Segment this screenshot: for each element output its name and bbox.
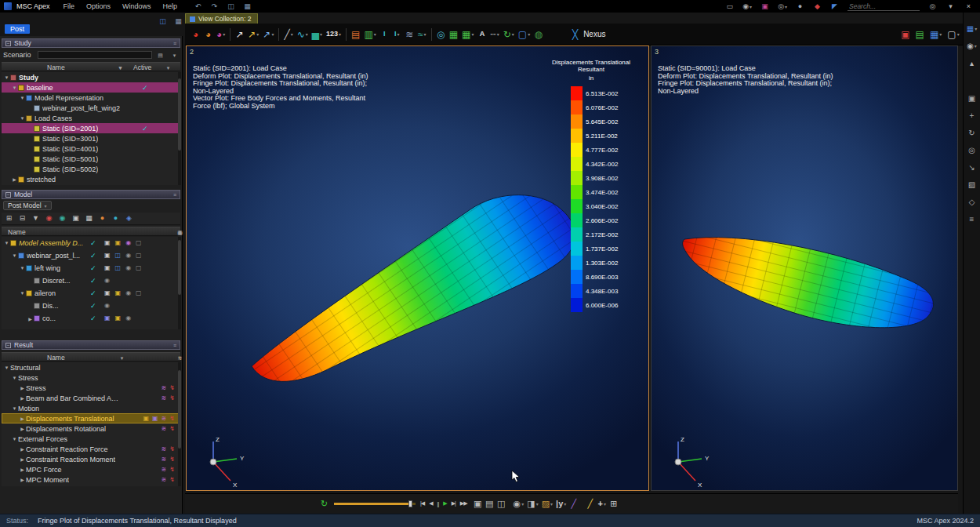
menu-file[interactable]: File bbox=[59, 2, 80, 10]
vector-icon[interactable]: ↯ bbox=[169, 456, 175, 463]
section-cut-icon[interactable]: ╱▾ bbox=[282, 27, 294, 42]
expand-arrow-icon[interactable]: ▼ bbox=[11, 376, 18, 380]
bar-chart-icon[interactable]: ▅▾ bbox=[310, 27, 324, 42]
study-tree-row[interactable]: Static (SID=2001)✓ bbox=[2, 123, 180, 133]
study-tree-row[interactable]: ▼Study bbox=[2, 72, 180, 82]
user-icon[interactable]: ● bbox=[794, 0, 806, 14]
result-tree-row[interactable]: ▶Beam and Bar Combined Axi...≋↯ bbox=[2, 393, 180, 403]
refresh-animation-icon[interactable]: ↻ bbox=[318, 496, 330, 511]
annotation-icon[interactable]: A bbox=[476, 27, 488, 42]
expand-arrow-icon[interactable]: ▶ bbox=[19, 477, 26, 482]
globe-green-icon[interactable]: ◍ bbox=[532, 27, 544, 42]
xy-plot-icon[interactable]: ∿▾ bbox=[296, 27, 310, 42]
axis-display-tool[interactable]: |y▾ bbox=[554, 496, 568, 511]
expand-arrow-icon[interactable]: ▼ bbox=[19, 116, 26, 121]
result-tree-row[interactable]: ▼External Forces bbox=[2, 434, 180, 444]
probe-result-icon[interactable]: ↗ bbox=[234, 27, 245, 42]
fringe-pie-red-icon[interactable]: ◕ bbox=[190, 27, 201, 42]
perspective-icon[interactable]: ◇ bbox=[966, 197, 978, 207]
eye-icon[interactable]: ◉ bbox=[125, 240, 131, 246]
vector-icon[interactable]: ↯ bbox=[169, 477, 175, 483]
view-cube-icon[interactable]: ▧ bbox=[966, 180, 978, 190]
record-animation-icon[interactable]: ▣ bbox=[472, 496, 484, 511]
option-box-icon[interactable]: ▢ bbox=[136, 290, 142, 296]
study-section-header[interactable]: − Study ≡ bbox=[2, 38, 180, 48]
expand-arrow-icon[interactable]: ▼ bbox=[11, 406, 18, 411]
eye-icon[interactable]: ◉ bbox=[125, 265, 131, 271]
study-tree-row[interactable]: ▼baseline✓ bbox=[2, 82, 180, 93]
model-tree-row[interactable]: ▶co...✓▣▣◉ bbox=[2, 312, 180, 325]
scene-settings-icon[interactable]: ≡ bbox=[966, 214, 978, 224]
plot-type-icon[interactable]: ≋ bbox=[162, 456, 167, 463]
numbers-display-tool[interactable]: 123▾ bbox=[325, 27, 343, 42]
eye-icon[interactable]: ◉ bbox=[104, 278, 110, 284]
plot-type-icon[interactable]: ≋ bbox=[162, 416, 167, 422]
last-frame-button[interactable]: ▶▶ bbox=[459, 500, 468, 507]
expand-arrow-icon[interactable]: ▼ bbox=[11, 253, 18, 258]
study-tree-row[interactable]: Static (SID=5001) bbox=[2, 154, 180, 164]
visibility-check-icon[interactable]: ✓ bbox=[90, 314, 96, 322]
view-box-icon[interactable]: ▢▾ bbox=[517, 27, 532, 42]
dock-panel-icon[interactable]: ◫ bbox=[157, 13, 169, 29]
pin-red-icon[interactable]: ◉ bbox=[43, 211, 55, 227]
nexus-label[interactable]: Nexus bbox=[582, 27, 607, 42]
attach-icon[interactable]: ◎ bbox=[927, 0, 938, 14]
slider-handle[interactable] bbox=[408, 500, 412, 507]
material-icon[interactable]: ▣ bbox=[115, 315, 122, 322]
beam-section-icon[interactable]: I bbox=[379, 27, 390, 42]
mesh-options-icon[interactable]: ▦▾ bbox=[460, 27, 475, 42]
option-box-icon[interactable]: ▢ bbox=[136, 265, 142, 271]
expand-arrow-icon[interactable]: ▼ bbox=[19, 266, 26, 271]
result-tree-row[interactable]: ▶Stress≋↯ bbox=[2, 383, 180, 393]
grid-table-icon[interactable]: ⊞ bbox=[608, 496, 619, 511]
sphere-teal-icon[interactable]: ● bbox=[110, 211, 122, 227]
menu-windows[interactable]: Windows bbox=[118, 2, 156, 10]
option-box-icon[interactable]: ▢ bbox=[136, 253, 142, 259]
study-tree-row[interactable]: Static (SID=4001) bbox=[2, 144, 180, 154]
flag-blue-icon[interactable]: ◤ bbox=[829, 0, 840, 14]
section-menu-icon[interactable]: ≡ bbox=[173, 343, 176, 348]
step-back-button[interactable]: ◀ bbox=[428, 500, 433, 507]
chevron-down-icon[interactable]: ▾ bbox=[945, 0, 956, 14]
edit-tool-icon[interactable]: ╱ bbox=[584, 496, 596, 511]
deform-active-icon[interactable]: ▣ bbox=[152, 416, 158, 422]
result-tree-row[interactable]: ▶Constraint Reaction Moment≋↯ bbox=[2, 454, 180, 464]
play-button[interactable]: ▶ bbox=[442, 500, 447, 507]
left-viewport[interactable]: 2 Static (SID=2001): Load CaseDeform Plo… bbox=[186, 45, 649, 491]
collapse-section-icon[interactable]: − bbox=[5, 343, 11, 348]
new-window-icon[interactable]: ◫ bbox=[225, 0, 237, 14]
expand-arrow-icon[interactable]: ▶ bbox=[19, 426, 26, 431]
visibility-check-icon[interactable]: ✓ bbox=[90, 302, 96, 310]
model-scrollbar[interactable] bbox=[178, 237, 181, 329]
representation-icon[interactable]: ◫ bbox=[115, 253, 122, 259]
display-monitor-icon[interactable]: ▣ bbox=[899, 27, 911, 42]
right-viewport[interactable]: 3 Static (SID=90001): Load CaseDeform Pl… bbox=[651, 45, 958, 491]
pin-red-icon[interactable]: ◆ bbox=[811, 0, 823, 14]
collapse-section-icon[interactable]: − bbox=[5, 192, 11, 198]
column-name[interactable]: Name bbox=[47, 354, 65, 362]
column-active[interactable]: Active bbox=[133, 64, 151, 71]
close-icon[interactable]: × bbox=[963, 0, 975, 14]
material-icon[interactable]: ▣ bbox=[115, 290, 122, 296]
render-mode-icon[interactable]: ▣ bbox=[104, 290, 111, 296]
expand-arrow-icon[interactable]: ▼ bbox=[3, 241, 10, 245]
streamline-icon[interactable]: ≈▾ bbox=[416, 27, 428, 42]
expand-arrow-icon[interactable]: ▼ bbox=[11, 437, 18, 442]
result-tree-row[interactable]: ▼Structural bbox=[2, 362, 180, 373]
sphere-orange-icon[interactable]: ● bbox=[96, 211, 108, 227]
vector-icon[interactable]: ↯ bbox=[169, 416, 175, 422]
capture-icon[interactable]: ◉▾ bbox=[741, 0, 753, 14]
render-mode-icon[interactable]: ▣ bbox=[104, 240, 111, 246]
expand-arrow-icon[interactable]: ▼ bbox=[19, 291, 26, 296]
animation-loop-icon[interactable]: ↻▾ bbox=[502, 27, 516, 42]
post-workspace-tab[interactable]: Post bbox=[5, 24, 30, 34]
expand-arrow-icon[interactable]: ▶ bbox=[19, 467, 26, 472]
menu-options[interactable]: Options bbox=[82, 2, 115, 10]
export-animation-icon[interactable]: ▤ bbox=[484, 496, 495, 511]
vector-icon[interactable]: ↯ bbox=[169, 395, 175, 402]
expand-arrow-icon[interactable]: ▶ bbox=[19, 446, 26, 452]
camera-capture-icon[interactable]: ◉▾ bbox=[965, 41, 978, 51]
plot-display-icon[interactable]: ▤ bbox=[914, 27, 926, 42]
model-tree-row[interactable]: ▼webinar_post_l...✓▣◫◉▢ bbox=[2, 249, 180, 262]
add-view-button[interactable]: +▾ bbox=[596, 496, 608, 511]
